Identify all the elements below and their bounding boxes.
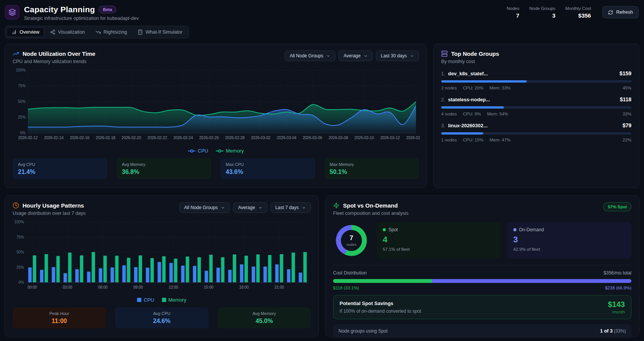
donut-center: 7 nodes bbox=[333, 222, 370, 259]
tab-visualization[interactable]: Visualization bbox=[45, 27, 90, 37]
refresh-button[interactable]: Refresh bbox=[602, 6, 639, 18]
tab-label: Rightsizing bbox=[104, 29, 127, 35]
svg-text:12:00: 12:00 bbox=[168, 285, 178, 289]
svg-text:2026-02-26: 2026-02-26 bbox=[199, 136, 219, 140]
fleet-card-spot: Spot457.1% of fleet bbox=[377, 222, 501, 259]
utilization-title: Node Utilization Over Time bbox=[23, 50, 95, 57]
node-group-cost: $79 bbox=[623, 122, 631, 128]
savings-unit: /month bbox=[608, 310, 625, 314]
stat-label: Max CPU bbox=[226, 162, 310, 167]
header-stat-monthly-cost: Monthly Cost$356 bbox=[565, 6, 591, 19]
stat-value: 24.6% bbox=[120, 318, 203, 325]
legend-label: CPU bbox=[198, 148, 208, 154]
trending-up-icon bbox=[13, 50, 19, 57]
ondemand-dot bbox=[513, 228, 516, 231]
node-group-filter[interactable]: All Node Groups bbox=[179, 202, 230, 213]
svg-text:2026-02-12: 2026-02-12 bbox=[18, 136, 38, 140]
svg-text:75%: 75% bbox=[16, 235, 24, 239]
svg-text:0%: 0% bbox=[19, 280, 24, 284]
legend-item-cpu: CPU bbox=[188, 148, 208, 154]
tab-overview[interactable]: Overview bbox=[6, 27, 44, 37]
filter-value: Last 7 days bbox=[275, 205, 299, 210]
fleet-card-sub: 57.1% of fleet bbox=[383, 247, 495, 252]
chevron-down-icon bbox=[302, 206, 306, 210]
donut-center-value: 7 bbox=[350, 234, 353, 242]
svg-text:2026-02-18: 2026-02-18 bbox=[96, 136, 116, 140]
filter-value: All Node Groups bbox=[290, 53, 323, 58]
filter-value: Average bbox=[238, 205, 255, 210]
node-group-mem: Mem: 33% bbox=[490, 86, 511, 90]
node-group-rank: 1. bbox=[441, 71, 445, 76]
stat-label: Avg CPU bbox=[18, 162, 102, 167]
cost-total: $356/mo total bbox=[604, 270, 631, 276]
node-group-pct: 33% bbox=[623, 112, 631, 116]
top-groups-title: Top Node Groups bbox=[451, 50, 499, 57]
svg-text:15:00: 15:00 bbox=[204, 285, 214, 289]
svg-text:2026-03-04: 2026-03-04 bbox=[277, 136, 297, 140]
page-subtitle: Strategic infrastructure optimization fo… bbox=[24, 16, 139, 21]
node-group-node-count: 2 nodes bbox=[441, 86, 457, 90]
svg-text:2026-03-14: 2026-03-14 bbox=[406, 136, 420, 140]
tab-rightsizing[interactable]: Rightsizing bbox=[91, 27, 132, 37]
time-range-filter[interactable]: Last 7 days bbox=[270, 202, 311, 213]
tab-label: Overview bbox=[19, 29, 39, 35]
legend-line-marker bbox=[188, 149, 196, 153]
svg-text:2026-02-20: 2026-02-20 bbox=[121, 136, 141, 140]
node-group-filter[interactable]: All Node Groups bbox=[285, 50, 335, 61]
svg-text:50%: 50% bbox=[18, 99, 26, 104]
cost-ondemand-label: $238 (66.9%) bbox=[605, 286, 631, 290]
fleet-card-label: On-Demand bbox=[519, 227, 544, 232]
svg-text:2026-02-14: 2026-02-14 bbox=[44, 136, 64, 140]
legend-item-cpu: CPU bbox=[137, 297, 154, 303]
node-group-pct: 45% bbox=[623, 86, 631, 90]
node-group-item: 3.linux-20260302...$791 nodesCPU: 15%Mem… bbox=[441, 122, 631, 142]
header-stats: Nodes7Node Groups3Monthly Cost$356 bbox=[506, 6, 591, 19]
server-icon bbox=[441, 50, 448, 57]
svg-text:100%: 100% bbox=[14, 220, 24, 224]
node-group-node-count: 1 nodes bbox=[441, 138, 457, 142]
spot-percentage-badge: 57% Spot bbox=[603, 202, 631, 211]
stat-value: 11:00 bbox=[18, 318, 100, 325]
cost-bar-ondemand-segment bbox=[432, 279, 632, 283]
capacity-planning-app: Capacity Planning Beta Strategic infrast… bbox=[0, 0, 644, 337]
svg-text:100%: 100% bbox=[16, 68, 26, 72]
spot-dot bbox=[383, 228, 386, 231]
tab-what-if-simulator[interactable]: What-If Simulator bbox=[133, 27, 188, 37]
aggregation-filter[interactable]: Average bbox=[338, 50, 372, 61]
stat-card-max-memory: Max Memory50.1% bbox=[324, 158, 419, 179]
utilization-filters: All Node GroupsAverageLast 30 days bbox=[285, 50, 419, 61]
svg-text:2026-03-10: 2026-03-10 bbox=[354, 136, 374, 140]
bar-chart-icon bbox=[11, 29, 17, 35]
legend-item-memory: Memory bbox=[216, 148, 244, 154]
filter-value: Last 30 days bbox=[381, 53, 407, 58]
fleet-donut-chart: 7 nodes bbox=[333, 222, 370, 259]
spot-groups-pct: (33%) bbox=[614, 328, 626, 334]
savings-description: If 100% of on-demand converted to spot bbox=[340, 309, 421, 314]
svg-text:2026-02-16: 2026-02-16 bbox=[70, 136, 90, 140]
node-group-bar-fill bbox=[441, 80, 527, 83]
stat-value: 21.4% bbox=[18, 169, 102, 175]
node-group-name: linux-20260302... bbox=[448, 123, 487, 128]
top-groups-subtitle: By monthly cost bbox=[441, 59, 499, 64]
utilization-area-chart: 0%25%50%75%100%2026-02-122026-02-142026-… bbox=[13, 67, 420, 146]
node-group-mem: Mem: 54% bbox=[487, 112, 508, 116]
cost-distribution-label: Cost Distribution bbox=[333, 270, 367, 276]
aggregation-filter[interactable]: Average bbox=[233, 202, 267, 213]
app-header: Capacity Planning Beta Strategic infrast… bbox=[0, 0, 644, 21]
clock-icon bbox=[13, 202, 19, 209]
chevron-down-icon bbox=[410, 54, 414, 58]
header-stat-label: Monthly Cost bbox=[565, 6, 591, 11]
time-range-filter[interactable]: Last 30 days bbox=[376, 50, 419, 61]
chevron-down-icon bbox=[364, 54, 368, 58]
node-group-list: 1.dev_k8s_statef...$1592 nodesCPU: 20%Me… bbox=[441, 70, 631, 142]
tab-label: What-If Simulator bbox=[146, 29, 183, 35]
node-group-cost: $118 bbox=[620, 96, 631, 102]
node-group-cost: $159 bbox=[620, 70, 631, 76]
stat-label: Avg Memory bbox=[223, 311, 306, 316]
spot-groups-label: Node groups using Spot bbox=[338, 328, 388, 334]
donut-center-label: nodes bbox=[346, 242, 356, 247]
node-group-cpu: CPU: 9% bbox=[463, 112, 481, 116]
stat-card-avg-memory: Avg Memory36.8% bbox=[117, 158, 211, 179]
stat-value: 36.8% bbox=[122, 169, 206, 175]
fleet-card-sub: 42.9% of fleet bbox=[513, 247, 626, 252]
